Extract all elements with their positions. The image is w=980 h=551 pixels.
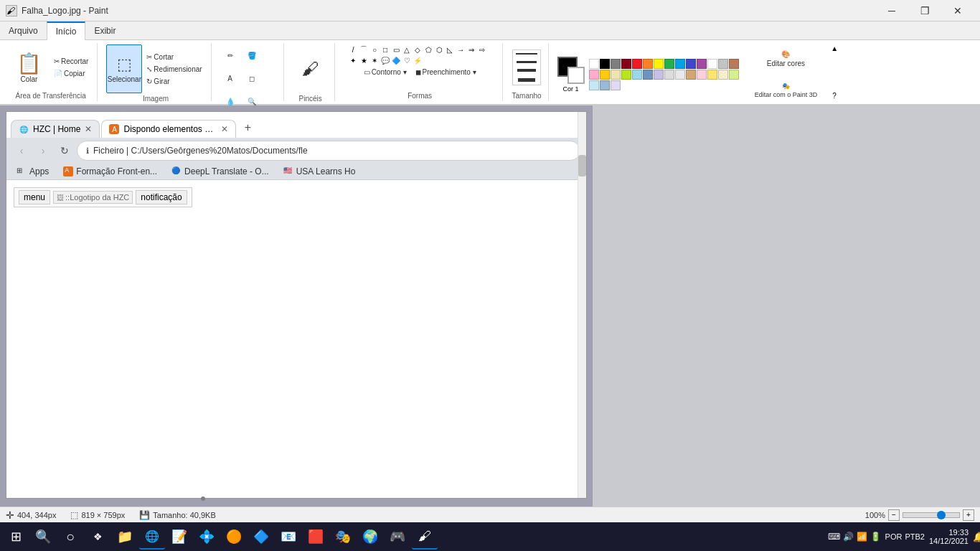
- resize-button[interactable]: ⤡ Redimensionar: [143, 64, 204, 75]
- sublime-button[interactable]: 🟠: [221, 524, 247, 550]
- tab-inicio[interactable]: Início: [47, 22, 86, 40]
- edit-colors-button[interactable]: 🎨 Editar cores: [751, 44, 821, 73]
- eraser-button[interactable]: ◻: [242, 67, 262, 89]
- paste-button[interactable]: 📋 Colar: [10, 48, 48, 87]
- contorno-button[interactable]: ▭ Contorno ▾: [361, 67, 410, 77]
- shape-arrow3[interactable]: ⇨: [477, 44, 487, 55]
- cut-button[interactable]: ✂ Recortar: [51, 56, 91, 67]
- start-button[interactable]: ⊞: [3, 524, 29, 550]
- color-cell[interactable]: [718, 59, 728, 69]
- shape-rect[interactable]: □: [380, 44, 390, 55]
- ribbon-collapse-button[interactable]: ▲: [831, 44, 838, 52]
- color-cell[interactable]: [675, 59, 685, 69]
- rotate-button[interactable]: ↻ Girar: [143, 76, 204, 87]
- search-button[interactable]: 🔍: [30, 524, 56, 550]
- color2-swatch[interactable]: [567, 67, 585, 84]
- ribbon-help-button[interactable]: ?: [831, 92, 838, 100]
- fill-button[interactable]: 🪣: [242, 44, 262, 66]
- select-button[interactable]: ⬚ Selecionar: [106, 44, 142, 93]
- color-cell[interactable]: [632, 59, 642, 69]
- app2-button[interactable]: 🎭: [330, 524, 356, 550]
- shape-diamond[interactable]: ◇: [413, 44, 423, 55]
- bookmarks-apps[interactable]: ⊞ Apps: [12, 165, 53, 178]
- tab-flex-close[interactable]: ✕: [221, 124, 228, 134]
- color-cell[interactable]: [707, 59, 717, 69]
- color-cell[interactable]: [621, 59, 631, 69]
- forward-button[interactable]: ›: [34, 141, 52, 160]
- notification-bell[interactable]: 🔔: [973, 532, 977, 542]
- bookmarks-deepl[interactable]: 🔵 DeepL Translate - O...: [167, 165, 273, 178]
- copy-button[interactable]: 📄 Copiar: [51, 68, 91, 79]
- new-tab-button[interactable]: +: [237, 118, 258, 138]
- color-cell[interactable]: [729, 59, 739, 69]
- color-cell[interactable]: [664, 59, 674, 69]
- color-cell[interactable]: [697, 59, 707, 69]
- brush-button[interactable]: 🖌: [293, 44, 329, 93]
- color-cell[interactable]: [611, 59, 621, 69]
- taskbar-clock[interactable]: 19:33 14/12/2021: [929, 528, 969, 545]
- tab-hzc-close[interactable]: ✕: [85, 124, 92, 134]
- zoom-thumb[interactable]: [937, 511, 946, 519]
- shape-pentagon[interactable]: ⬠: [423, 44, 433, 55]
- menu-button[interactable]: menu: [19, 190, 50, 204]
- color-cell[interactable]: [643, 59, 653, 69]
- address-bar[interactable]: ℹ Ficheiro | C:/Users/Geôrgenes%20Matos/…: [77, 141, 580, 161]
- color-cell[interactable]: [643, 70, 653, 80]
- shape-arrow1[interactable]: →: [456, 44, 466, 55]
- color-cell[interactable]: [729, 70, 739, 80]
- color-cell[interactable]: [611, 70, 621, 80]
- app3-button[interactable]: 🎮: [385, 524, 410, 550]
- bookmarks-usa[interactable]: 🇺🇸 USA Learns Ho: [279, 165, 360, 178]
- shape-star6[interactable]: ✶: [369, 55, 380, 65]
- tab-exibir[interactable]: Exibir: [85, 22, 124, 39]
- shape-star5[interactable]: ★: [359, 55, 369, 65]
- zoom-out-button[interactable]: −: [888, 509, 900, 521]
- color-cell[interactable]: [664, 70, 674, 80]
- color-cell[interactable]: [600, 70, 610, 80]
- color-cell[interactable]: [718, 70, 728, 80]
- shape-rect2[interactable]: ▭: [391, 44, 401, 55]
- app1-button[interactable]: 🟥: [303, 524, 329, 550]
- edit-paint3d-button[interactable]: 🎭 Editar com o Paint 3D: [751, 76, 821, 105]
- shape-triangle[interactable]: △: [402, 44, 412, 55]
- cortana-button[interactable]: ○: [57, 524, 83, 550]
- preenchimento-button[interactable]: ◼ Preenchimento ▾: [413, 67, 479, 77]
- zoom-in-button[interactable]: +: [963, 509, 974, 521]
- mail-button[interactable]: 📧: [275, 524, 301, 550]
- color-cell[interactable]: [632, 70, 642, 80]
- color-cell[interactable]: [654, 59, 664, 69]
- color-cell[interactable]: [589, 70, 599, 80]
- color-cell[interactable]: [621, 70, 631, 80]
- refresh-button[interactable]: ↻: [55, 141, 74, 160]
- shape-arrow2[interactable]: ⇒: [466, 44, 476, 55]
- color-cell[interactable]: [611, 80, 621, 90]
- shape-star4[interactable]: ✦: [348, 55, 358, 65]
- color-cell[interactable]: [654, 70, 664, 80]
- shape-curve[interactable]: ⌒: [359, 44, 369, 55]
- shape-heart[interactable]: ♡: [402, 55, 412, 65]
- shape-hexagon[interactable]: ⬡: [434, 44, 444, 55]
- notepad-button[interactable]: 📝: [166, 524, 192, 550]
- tab-arquivo[interactable]: Arquivo: [0, 22, 47, 39]
- shape-callout1[interactable]: 💬: [380, 55, 390, 65]
- zoom-slider[interactable]: [903, 512, 960, 518]
- azure-button[interactable]: 🔷: [248, 524, 274, 550]
- pencil-button[interactable]: ✏: [220, 44, 240, 66]
- paint-taskbar-button[interactable]: 🖌: [412, 524, 438, 550]
- scrollbar-thumb[interactable]: [578, 155, 586, 176]
- color-cell[interactable]: [686, 70, 696, 80]
- color-cell[interactable]: [675, 70, 685, 80]
- maximize-button[interactable]: ❐: [908, 0, 941, 22]
- canvas-resize-handle[interactable]: [201, 496, 205, 501]
- minimize-button[interactable]: ─: [875, 0, 908, 22]
- browser-tab-hzc[interactable]: 🌐 HZC | Home ✕: [11, 120, 100, 138]
- text-button[interactable]: A: [220, 67, 240, 89]
- color-cell[interactable]: [600, 80, 610, 90]
- color-cell[interactable]: [589, 59, 599, 69]
- shape-rright[interactable]: ◺: [445, 44, 455, 55]
- firefox-button[interactable]: 🌍: [357, 524, 383, 550]
- color-cell[interactable]: [697, 70, 707, 80]
- shape-callout2[interactable]: 🔷: [391, 55, 401, 65]
- taskview-button[interactable]: ❖: [85, 524, 110, 550]
- color-cell[interactable]: [589, 80, 599, 90]
